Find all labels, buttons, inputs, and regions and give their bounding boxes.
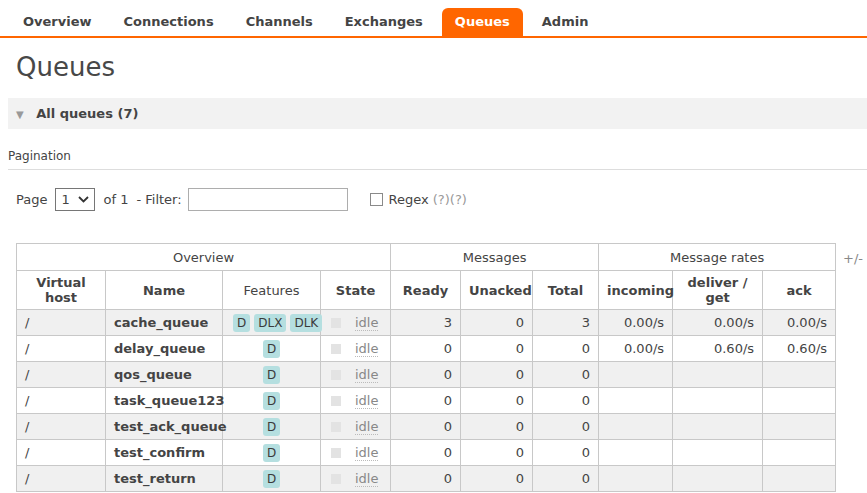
queue-name-link[interactable]: test_ack_queue — [106, 414, 223, 440]
state-label: idle — [355, 367, 378, 383]
tab-connections[interactable]: Connections — [111, 8, 227, 36]
filter-label: - Filter: — [136, 192, 181, 207]
deliver-get-rate-cell: 0.60/s — [673, 336, 763, 362]
col-features: Features — [223, 271, 321, 310]
queue-name-link[interactable]: cache_queue — [106, 310, 223, 336]
col-name: Name — [106, 271, 223, 310]
vhost-cell: / — [17, 414, 106, 440]
features-cell: D — [223, 440, 321, 466]
deliver-get-rate-cell — [673, 388, 763, 414]
col-deliver-get: deliver / get — [673, 271, 763, 310]
total-cell: 0 — [533, 440, 599, 466]
deliver-get-rate-cell — [673, 414, 763, 440]
table-column-header-row: Virtual host Name Features State Ready U… — [17, 271, 836, 310]
ack-rate-cell — [763, 388, 836, 414]
incoming-rate-cell: 0.00/s — [599, 310, 673, 336]
features-cell: D — [223, 362, 321, 388]
page-select[interactable]: 1 — [55, 188, 95, 211]
regex-label: Regex — [389, 192, 429, 207]
state-cell: idle — [321, 362, 391, 388]
state-label: idle — [355, 315, 378, 331]
vhost-cell: / — [17, 388, 106, 414]
queue-name-link[interactable]: test_return — [106, 466, 223, 492]
ready-cell: 3 — [391, 310, 461, 336]
state-label: idle — [355, 393, 378, 409]
deliver-get-rate-cell — [673, 440, 763, 466]
total-cell: 0 — [533, 362, 599, 388]
unacked-cell: 0 — [461, 414, 533, 440]
table-group-header-row: Overview Messages Message rates — [17, 244, 836, 271]
ack-rate-cell: 0.00/s — [763, 310, 836, 336]
unacked-cell: 0 — [461, 388, 533, 414]
queue-name-link[interactable]: test_confirm — [106, 440, 223, 466]
vhost-cell: / — [17, 440, 106, 466]
regex-help-links[interactable]: (?)(?) — [433, 192, 467, 207]
queue-name-link[interactable]: task_queue123 — [106, 388, 223, 414]
col-ready: Ready — [391, 271, 461, 310]
state-label: idle — [355, 471, 378, 487]
filter-input[interactable] — [188, 188, 348, 211]
ready-cell: 0 — [391, 466, 461, 492]
queues-table: Overview Messages Message rates Virtual … — [16, 243, 836, 492]
feature-badge: D — [263, 470, 280, 488]
incoming-rate-cell: 0.00/s — [599, 336, 673, 362]
vhost-cell: / — [17, 466, 106, 492]
tab-admin[interactable]: Admin — [529, 8, 602, 36]
feature-badge: D — [263, 366, 280, 384]
ack-rate-cell — [763, 414, 836, 440]
section-title: All queues (7) — [36, 106, 138, 121]
total-cell: 0 — [533, 388, 599, 414]
state-indicator-icon — [331, 474, 341, 484]
ready-cell: 0 — [391, 414, 461, 440]
total-cell: 0 — [533, 466, 599, 492]
incoming-rate-cell — [599, 466, 673, 492]
col-ack: ack — [763, 271, 836, 310]
state-cell: idle — [321, 414, 391, 440]
incoming-rate-cell — [599, 440, 673, 466]
ack-rate-cell — [763, 440, 836, 466]
feature-badge: D — [263, 418, 280, 436]
chevron-down-icon — [78, 196, 89, 203]
column-toggle-link[interactable]: +/- — [843, 251, 863, 266]
col-state: State — [321, 271, 391, 310]
queue-name-link[interactable]: qos_queue — [106, 362, 223, 388]
unacked-cell: 0 — [461, 362, 533, 388]
feature-badge: DLX — [254, 314, 286, 332]
ack-rate-cell — [763, 362, 836, 388]
vhost-cell: / — [17, 362, 106, 388]
state-cell: idle — [321, 388, 391, 414]
features-cell: D — [223, 466, 321, 492]
queue-row: /test_confirmDidle000 — [17, 440, 836, 466]
features-cell: DDLXDLK — [223, 310, 321, 336]
ready-cell: 0 — [391, 440, 461, 466]
features-cell: D — [223, 336, 321, 362]
queue-row: /test_returnDidle000 — [17, 466, 836, 492]
feature-badge: D — [263, 392, 280, 410]
tab-queues[interactable]: Queues — [442, 8, 523, 36]
state-indicator-icon — [331, 370, 341, 380]
queue-row: /test_ack_queueDidle000 — [17, 414, 836, 440]
feature-badge: D — [263, 340, 280, 358]
collapse-arrow-icon: ▼ — [16, 109, 24, 120]
ready-cell: 0 — [391, 336, 461, 362]
group-overview: Overview — [17, 244, 391, 271]
tab-channels[interactable]: Channels — [233, 8, 326, 36]
queue-row: /cache_queueDDLXDLKidle3030.00/s0.00/s0.… — [17, 310, 836, 336]
incoming-rate-cell — [599, 414, 673, 440]
state-indicator-icon — [331, 396, 341, 406]
queue-name-link[interactable]: delay_queue — [106, 336, 223, 362]
group-message-rates: Message rates — [599, 244, 836, 271]
all-queues-section-header[interactable]: ▼ All queues (7) — [8, 98, 867, 129]
state-indicator-icon — [331, 344, 341, 354]
tab-overview[interactable]: Overview — [10, 8, 105, 36]
vhost-cell: / — [17, 310, 106, 336]
tab-exchanges[interactable]: Exchanges — [332, 8, 436, 36]
ready-cell: 0 — [391, 362, 461, 388]
deliver-get-rate-cell: 0.00/s — [673, 310, 763, 336]
col-virtual-host: Virtual host — [17, 271, 106, 310]
queue-row: /delay_queueDidle0000.00/s0.60/s0.60/s — [17, 336, 836, 362]
ack-rate-cell: 0.60/s — [763, 336, 836, 362]
features-cell: D — [223, 388, 321, 414]
regex-checkbox[interactable] — [370, 193, 383, 206]
total-cell: 3 — [533, 310, 599, 336]
